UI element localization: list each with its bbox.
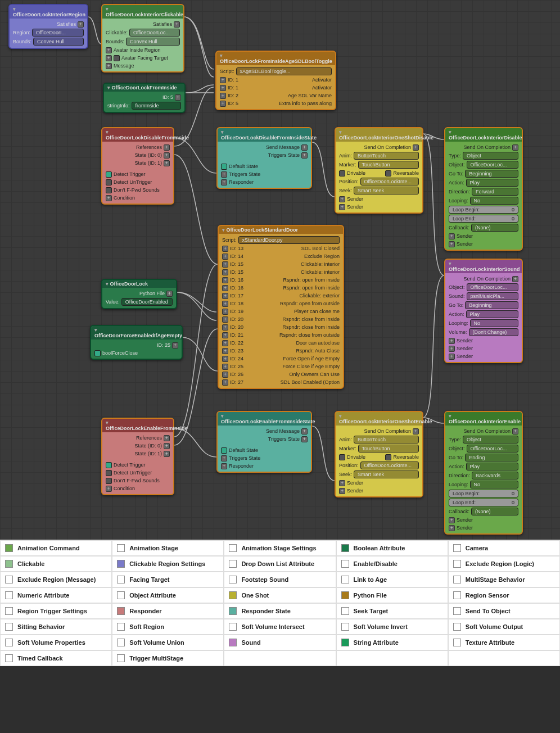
expand-icon[interactable]: +	[78, 21, 84, 28]
checkbox[interactable]	[106, 478, 112, 484]
expand-icon[interactable]: +	[222, 348, 228, 354]
expand-icon[interactable]: +	[222, 254, 228, 260]
expand-icon[interactable]: +	[512, 276, 518, 282]
expand-icon[interactable]: +	[413, 144, 419, 151]
legend-item: Texture Attribute	[448, 635, 560, 650]
expand-icon[interactable]: +	[222, 285, 228, 291]
expand-icon[interactable]: +	[301, 428, 308, 435]
expand-icon[interactable]: +	[339, 480, 345, 486]
expand-icon[interactable]: +	[164, 435, 170, 441]
node-standard-door[interactable]: OfficeDoorLockStandardDoor Script:xStand…	[218, 225, 344, 389]
node-title: OfficeDoorLockInteriorDisable	[445, 128, 522, 142]
expand-icon[interactable]: +	[222, 309, 228, 315]
expand-icon[interactable]: +	[164, 443, 170, 449]
expand-icon[interactable]: +	[222, 324, 228, 331]
expand-icon[interactable]: +	[301, 436, 308, 442]
expand-icon[interactable]: +	[222, 356, 228, 362]
swatch-icon	[453, 560, 461, 568]
checkbox[interactable]	[106, 462, 112, 468]
node-anim-enable[interactable]: OfficeDoorLockInteriorEnable Send On Com…	[444, 411, 523, 535]
expand-icon[interactable]: +	[339, 204, 345, 210]
expand-icon[interactable]: +	[413, 428, 419, 435]
expand-icon[interactable]: +	[221, 455, 227, 461]
node-responder-state-enable[interactable]: OfficeDoorLockEnableFromInsideState Send…	[216, 411, 312, 473]
checkbox[interactable]	[94, 350, 101, 356]
checkbox[interactable]	[339, 454, 345, 460]
expand-icon[interactable]: +	[301, 144, 308, 151]
expand-icon[interactable]: +	[106, 486, 112, 492]
node-sound[interactable]: OfficeDoorLockInteriorSound Send On Comp…	[444, 259, 523, 363]
node-canvas[interactable]: OfficeDoorLockInteriorRegion Satisfies+ …	[0, 0, 560, 540]
legend-item: Animation Stage	[112, 540, 224, 556]
expand-icon[interactable]: +	[449, 517, 455, 523]
expand-icon[interactable]: +	[220, 93, 226, 99]
expand-icon[interactable]: +	[164, 451, 170, 457]
expand-icon[interactable]: +	[222, 364, 228, 370]
expand-icon[interactable]: +	[222, 301, 228, 307]
node-region-settings[interactable]: OfficeDoorLockInteriorRegion Satisfies+ …	[8, 4, 88, 49]
expand-icon[interactable]: +	[172, 342, 178, 349]
checkbox[interactable]	[106, 179, 112, 185]
expand-icon[interactable]: +	[339, 196, 345, 202]
expand-icon[interactable]: +	[106, 63, 112, 69]
node-oneshot-enable[interactable]: OfficeDoorLockInteriorOneShotEnable Send…	[335, 411, 423, 497]
expand-icon[interactable]: +	[106, 47, 112, 53]
node-responder-state-disable[interactable]: OfficeDoorLockDisableFromInsideState Sen…	[216, 127, 312, 189]
checkbox[interactable]	[114, 55, 120, 61]
node-anim-disable[interactable]: OfficeDoorLockInteriorDisable Send On Co…	[444, 127, 523, 251]
expand-icon[interactable]: +	[106, 55, 112, 61]
expand-icon[interactable]: +	[222, 379, 228, 386]
checkbox[interactable]	[385, 454, 391, 460]
checkbox[interactable]	[339, 170, 345, 177]
checkbox[interactable]	[221, 447, 227, 454]
expand-icon[interactable]: +	[339, 488, 345, 494]
expand-icon[interactable]: +	[175, 94, 181, 101]
expand-icon[interactable]: +	[220, 77, 226, 83]
expand-icon[interactable]: +	[449, 241, 455, 247]
expand-icon[interactable]: +	[449, 525, 455, 531]
node-clickable[interactable]: OfficeDoorLockInteriorClickable Satisfie…	[101, 4, 184, 73]
swatch-icon	[341, 623, 349, 631]
expand-icon[interactable]: +	[164, 144, 170, 151]
node-oneshot-disable[interactable]: OfficeDoorLockInteriorOneShotDisable Sen…	[335, 127, 423, 214]
expand-icon[interactable]: +	[221, 179, 227, 185]
checkbox[interactable]	[106, 187, 112, 193]
expand-icon[interactable]: +	[222, 246, 228, 252]
node-responder-enable[interactable]: OfficeDoorLockEnableFromInside Reference…	[101, 418, 174, 495]
checkbox[interactable]	[385, 170, 391, 177]
expand-icon[interactable]: +	[222, 340, 228, 346]
checkbox[interactable]	[221, 164, 227, 170]
expand-icon[interactable]: +	[220, 101, 226, 107]
expand-icon[interactable]: +	[221, 463, 227, 469]
node-python-agetoggle[interactable]: OfficeDoorLockFromInsideAgeSDLBoolToggle…	[215, 51, 336, 110]
node-force-enabled[interactable]: OfficeDoorForceEnabledIfAgeEmpty ID: 25+…	[90, 325, 183, 360]
expand-icon[interactable]: +	[220, 85, 226, 91]
expand-icon[interactable]: +	[222, 277, 228, 283]
expand-icon[interactable]: +	[106, 195, 112, 201]
checkbox[interactable]	[106, 470, 112, 476]
expand-icon[interactable]: +	[222, 269, 228, 275]
expand-icon[interactable]: +	[222, 293, 228, 299]
expand-icon[interactable]: +	[449, 338, 455, 344]
swatch-icon	[5, 591, 13, 599]
expand-icon[interactable]: +	[164, 160, 170, 166]
node-responder-disable[interactable]: OfficeDoorLockDisableFromInside Referenc…	[101, 127, 174, 205]
expand-icon[interactable]: +	[221, 171, 227, 178]
checkbox[interactable]	[106, 171, 112, 178]
expand-icon[interactable]: +	[512, 144, 518, 151]
expand-icon[interactable]: +	[222, 316, 228, 323]
expand-icon[interactable]: +	[449, 346, 455, 352]
expand-icon[interactable]: +	[166, 291, 173, 297]
expand-icon[interactable]: +	[449, 354, 455, 360]
node-lock[interactable]: OfficeDoorLock Python File+ Value:Office…	[101, 279, 177, 309]
swatch-icon	[229, 639, 237, 646]
expand-icon[interactable]: +	[449, 233, 455, 239]
expand-icon[interactable]: +	[512, 428, 518, 435]
node-string-attr[interactable]: OfficeDoorLockFromInside ID: 5+ stringIn…	[103, 83, 186, 113]
expand-icon[interactable]: +	[222, 372, 228, 378]
expand-icon[interactable]: +	[222, 261, 228, 268]
expand-icon[interactable]: +	[174, 21, 180, 28]
expand-icon[interactable]: +	[301, 152, 308, 159]
expand-icon[interactable]: +	[164, 152, 170, 159]
expand-icon[interactable]: +	[222, 332, 228, 338]
